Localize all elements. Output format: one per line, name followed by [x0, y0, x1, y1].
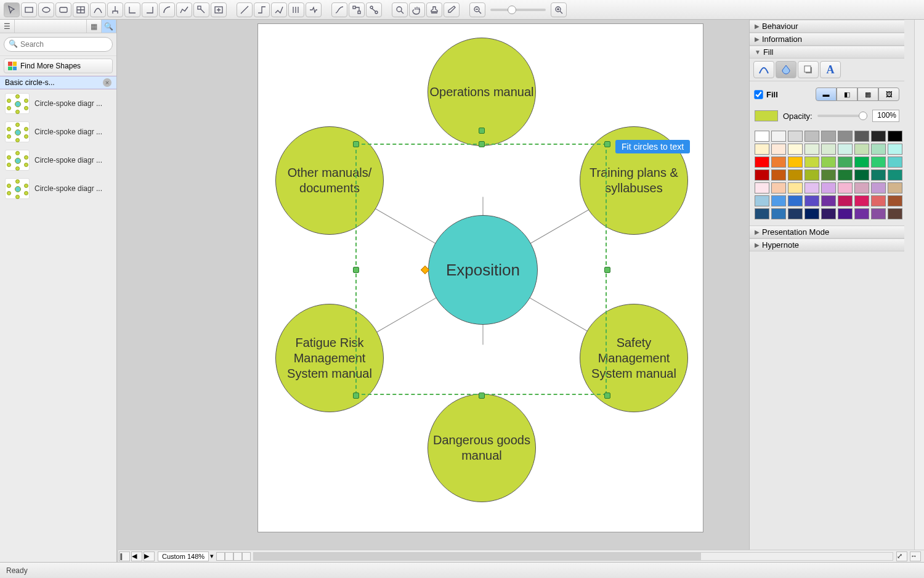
- selection-handle[interactable]: [604, 393, 610, 399]
- palette-color[interactable]: [821, 131, 836, 142]
- palette-color[interactable]: [804, 157, 819, 168]
- palette-color[interactable]: [854, 157, 869, 168]
- section-fill[interactable]: ▼Fill: [750, 46, 904, 59]
- insert-tool[interactable]: [211, 2, 227, 17]
- shape-item[interactable]: Circle-spoke diagr ...: [0, 174, 116, 203]
- fill-gradient-button[interactable]: ◧: [837, 88, 857, 101]
- palette-color[interactable]: [755, 157, 769, 168]
- palette-color[interactable]: [854, 131, 869, 142]
- connector-l-tool[interactable]: [124, 2, 140, 17]
- opacity-slider[interactable]: [817, 115, 867, 117]
- pan-hand-tool[interactable]: [409, 2, 425, 17]
- palette-color[interactable]: [854, 195, 869, 206]
- find-more-shapes-button[interactable]: Find More Shapes: [4, 59, 113, 73]
- parallel-tool[interactable]: [288, 2, 304, 17]
- palette-color[interactable]: [771, 144, 786, 155]
- palette-color[interactable]: [888, 131, 902, 142]
- zoom-step[interactable]: [242, 552, 251, 561]
- node-other-manuals[interactable]: Other manuals/ documents: [275, 126, 384, 235]
- palette-color[interactable]: [821, 195, 836, 206]
- shape-item[interactable]: Circle-spoke diagr ...: [0, 118, 116, 146]
- palette-color[interactable]: [871, 182, 886, 193]
- page-pause-icon[interactable]: ‖: [119, 552, 130, 561]
- palette-color[interactable]: [821, 182, 836, 193]
- palette-color[interactable]: [821, 157, 836, 168]
- connector-r-tool[interactable]: [142, 2, 158, 17]
- palette-color[interactable]: [788, 182, 803, 193]
- search-tab[interactable]: 🔍: [102, 20, 116, 33]
- table-tool[interactable]: [73, 2, 89, 17]
- search-input[interactable]: [4, 37, 113, 52]
- tab-fill[interactable]: [776, 61, 796, 78]
- palette-color[interactable]: [804, 169, 819, 181]
- drawing-canvas[interactable]: Operations manual Training plans & sylla…: [257, 23, 703, 532]
- palette-color[interactable]: [838, 157, 853, 168]
- section-hypernote[interactable]: ▶Hypernote: [750, 238, 904, 251]
- palette-color[interactable]: [838, 131, 853, 142]
- palette-color[interactable]: [871, 195, 886, 206]
- poly-tool[interactable]: [176, 2, 192, 17]
- palette-color[interactable]: [755, 208, 769, 219]
- palette-color[interactable]: [788, 144, 803, 155]
- line-tool[interactable]: [237, 2, 253, 17]
- palette-color[interactable]: [888, 182, 902, 193]
- palette-color[interactable]: [854, 169, 869, 181]
- ortho-line-tool[interactable]: [254, 2, 270, 17]
- palette-color[interactable]: [838, 195, 853, 206]
- palette-color[interactable]: [804, 195, 819, 206]
- grid-view-tab[interactable]: ▦: [87, 20, 102, 33]
- palette-color[interactable]: [888, 208, 902, 219]
- page-next-icon[interactable]: ▶: [144, 552, 155, 561]
- section-behaviour[interactable]: ▶Behaviour: [750, 20, 904, 33]
- fit-page-icon[interactable]: ⤢: [896, 552, 907, 561]
- connector-tree-tool[interactable]: [107, 2, 123, 17]
- zoom-in-button[interactable]: [551, 2, 567, 17]
- current-fill-swatch[interactable]: [755, 110, 778, 121]
- zoom-tool[interactable]: [392, 2, 408, 17]
- palette-color[interactable]: [854, 208, 869, 219]
- right-panel-scrollbar[interactable]: [914, 20, 924, 562]
- zoom-step[interactable]: [216, 552, 225, 561]
- zoom-select[interactable]: Custom 148%: [158, 552, 209, 561]
- zoom-slider[interactable]: [490, 9, 546, 11]
- fill-pattern-button[interactable]: ▩: [857, 88, 878, 101]
- palette-color[interactable]: [788, 131, 803, 142]
- palette-color[interactable]: [888, 169, 902, 181]
- palette-color[interactable]: [755, 195, 769, 206]
- zoom-step[interactable]: [225, 552, 233, 561]
- stamp-tool[interactable]: [426, 2, 442, 17]
- tab-shadow[interactable]: [798, 61, 819, 78]
- palette-color[interactable]: [871, 169, 886, 181]
- palette-color[interactable]: [771, 157, 786, 168]
- palette-color[interactable]: [854, 144, 869, 155]
- palette-color[interactable]: [755, 182, 769, 193]
- palette-color[interactable]: [838, 208, 853, 219]
- ellipse-tool[interactable]: [38, 2, 54, 17]
- palette-color[interactable]: [771, 195, 786, 206]
- palette-color[interactable]: [788, 157, 803, 168]
- palette-color[interactable]: [804, 208, 819, 219]
- section-information[interactable]: ▶Information: [750, 33, 904, 46]
- bezier-tool[interactable]: [90, 2, 106, 17]
- palette-color[interactable]: [788, 169, 803, 181]
- palette-color[interactable]: [771, 131, 786, 142]
- route-tool[interactable]: [306, 2, 322, 17]
- selection-handle[interactable]: [479, 141, 485, 147]
- palette-color[interactable]: [821, 144, 836, 155]
- shape-item[interactable]: Circle-spoke diagr ...: [0, 89, 116, 118]
- canvas-area[interactable]: Operations manual Training plans & sylla…: [117, 20, 749, 562]
- tab-stroke[interactable]: [753, 61, 774, 78]
- shape-item[interactable]: Circle-spoke diagr ...: [0, 146, 116, 174]
- eyedropper-tool[interactable]: [444, 2, 460, 17]
- palette-color[interactable]: [755, 169, 769, 181]
- fill-checkbox[interactable]: [754, 90, 763, 99]
- palette-color[interactable]: [788, 195, 803, 206]
- smart-connector-3[interactable]: [366, 2, 382, 17]
- palette-color[interactable]: [755, 131, 769, 142]
- palette-color[interactable]: [838, 144, 853, 155]
- page-prev-icon[interactable]: ◀: [131, 552, 142, 561]
- palette-color[interactable]: [888, 195, 902, 206]
- palette-color[interactable]: [755, 144, 769, 155]
- selection-handle[interactable]: [604, 267, 610, 273]
- palette-color[interactable]: [888, 157, 902, 168]
